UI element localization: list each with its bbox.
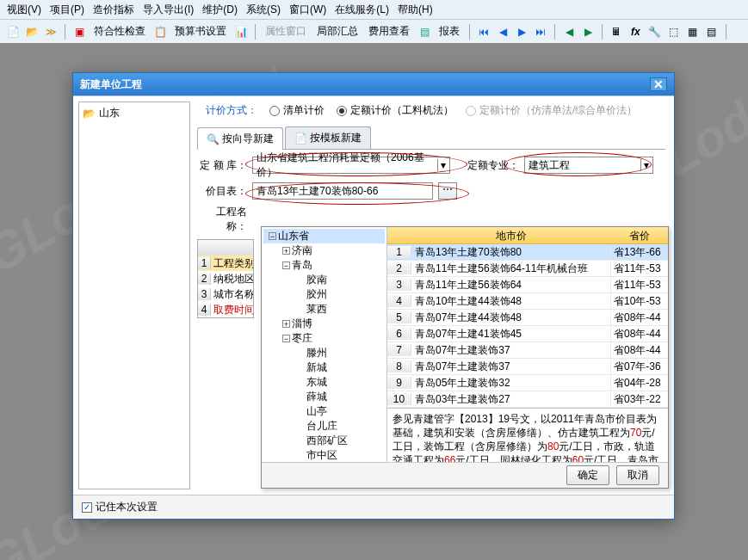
city-tree-node[interactable]: 东城 <box>263 375 385 390</box>
folder-icon: 📂 <box>83 108 96 120</box>
city-tree-node[interactable]: 山亭 <box>263 404 385 419</box>
dialog-title: 新建单位工程 <box>80 77 142 92</box>
nav-prev2-icon[interactable]: ◀ <box>561 24 577 40</box>
city-tree-node[interactable]: 胶南 <box>263 273 385 287</box>
city-tree-node[interactable]: 胶州 <box>263 287 385 302</box>
note-text: 参见青建管字【2013】19号文，以2011年青岛市价目表为基础，建筑和安装（含… <box>387 408 668 462</box>
city-tree-node[interactable]: −枣庄 <box>263 331 385 346</box>
menu-project[interactable]: 项目(P) <box>50 3 84 17</box>
price-row[interactable]: 9青岛05年土建装饰32省04年-28 <box>387 375 668 391</box>
fee-view-button[interactable]: 费用查看 <box>365 24 413 39</box>
price-row[interactable]: 8青岛07年土建装饰37省07年-36 <box>387 359 668 375</box>
open-icon[interactable]: 📂 <box>24 24 40 40</box>
price-row[interactable]: 4青岛10年土建44装饰48省10年-53 <box>387 293 668 310</box>
cancel-button[interactable]: 取消 <box>616 465 659 485</box>
city-tree-node[interactable]: +淄博 <box>263 317 385 331</box>
report-icon[interactable]: ▤ <box>417 24 432 40</box>
price-table-browse-button[interactable]: ⋯ <box>438 182 457 200</box>
tree-node-label: 山东 <box>99 106 120 120</box>
grid-row[interactable]: 3城市名称 <box>198 286 253 302</box>
price-row[interactable]: 7青岛07年土建装饰37省08年-44 <box>387 342 668 359</box>
pricing-label: 计价方式： <box>206 103 257 118</box>
radio-list-pricing[interactable]: 清单计价 <box>269 103 325 118</box>
close-button[interactable]: ✕ <box>650 77 667 91</box>
bureau-summary-button[interactable]: 局部汇总 <box>313 24 362 39</box>
menubar: 视图(V) 项目(P) 造价指标 导入导出(I) 维护(D) 系统(S) 窗口(… <box>0 0 748 19</box>
menu-system[interactable]: 系统(S) <box>246 3 281 17</box>
col-prov-price: 省价 <box>611 227 668 243</box>
tool-2-icon[interactable]: ⬚ <box>666 24 682 40</box>
menu-io[interactable]: 导入导出(I) <box>143 3 194 17</box>
quota-spec-label: 定额专业： <box>467 158 519 173</box>
price-row[interactable]: 10青岛03年土建装饰27省03年-22 <box>387 391 668 408</box>
template-icon: 📄 <box>294 132 307 145</box>
region-tree[interactable]: 📂 山东 <box>78 102 190 489</box>
price-row[interactable]: 2青岛11年土建56装饰64-11年机械台班省11年-53 <box>387 261 668 277</box>
menu-window[interactable]: 窗口(W) <box>289 3 326 17</box>
price-table-label: 价目表： <box>197 184 247 199</box>
quota-lib-dropdown[interactable]: 山东省建筑工程消耗量定额（2006基价） ▾ <box>252 157 450 174</box>
radio-quota-pricing-2: 定额计价（仿清单法/综合单价法） <box>466 103 637 118</box>
city-tree-node[interactable]: 市中区 <box>263 448 385 462</box>
price-grid[interactable]: 地市价 省价 1青岛13年土建70装饰80省13年-662青岛11年土建56装饰… <box>387 227 668 408</box>
menu-help[interactable]: 帮助(H) <box>398 3 433 17</box>
dialog-footer: ✓ 记住本次设置 <box>73 495 674 519</box>
radio-quota-pricing[interactable]: 定额计价（工料机法） <box>337 103 454 118</box>
go-icon[interactable]: ≫ <box>43 24 59 40</box>
menu-online[interactable]: 在线服务(L) <box>335 3 389 17</box>
nav-next2-icon[interactable]: ▶ <box>580 24 596 40</box>
nav-last-icon[interactable]: ⏭ <box>533 24 548 40</box>
tool-4-icon[interactable]: ▤ <box>704 24 720 40</box>
calc-icon[interactable]: 🖩 <box>609 24 624 40</box>
tool-1-icon[interactable]: 🔧 <box>647 24 663 40</box>
price-table-dropdown[interactable]: 青岛13年土建70装饰80-66 <box>252 182 433 200</box>
grid-row[interactable]: 4取费时间 <box>198 302 253 317</box>
price-rows-container: 1青岛13年土建70装饰80省13年-662青岛11年土建56装饰64-11年机… <box>387 244 668 408</box>
col-city-price: 地市价 <box>411 227 611 243</box>
tab-wizard[interactable]: 🔍按向导新建 <box>197 127 283 150</box>
report-button[interactable]: 报表 <box>436 24 463 39</box>
nav-prev-icon[interactable]: ◀ <box>495 24 510 40</box>
menu-index[interactable]: 造价指标 <box>93 3 134 17</box>
remember-checkbox[interactable]: ✓ 记住本次设置 <box>82 500 158 514</box>
nav-first-icon[interactable]: ⏮ <box>476 24 491 40</box>
price-row[interactable]: 6青岛07年土建41装饰45省08年-44 <box>387 326 668 342</box>
city-tree-node[interactable]: 滕州 <box>263 346 385 360</box>
city-tree[interactable]: −山东省+济南−青岛胶南胶州莱西+淄博−枣庄滕州新城东城薛城山亭台儿庄西部矿区市… <box>262 227 387 462</box>
city-tree-node[interactable]: 台儿庄 <box>263 419 385 434</box>
toolbar: 📄 📂 ≫ ▣ 符合性检查 📋 预算书设置 📊 属性窗口 局部汇总 费用查看 ▤… <box>0 19 748 43</box>
city-tree-node[interactable]: 莱西 <box>263 302 385 317</box>
attribute-grid[interactable]: 1工程类别2纳税地区3城市名称4取费时间 <box>197 239 254 318</box>
fx-button[interactable]: fx <box>627 26 644 38</box>
ok-button[interactable]: 确定 <box>566 465 609 485</box>
budget-settings-button[interactable]: 预算书设置 <box>171 24 230 39</box>
tool-3-icon[interactable]: ▦ <box>685 24 701 40</box>
grid-row[interactable]: 1工程类别 <box>198 255 253 271</box>
menu-maintain[interactable]: 维护(D) <box>202 3 238 17</box>
dialog-titlebar[interactable]: 新建单位工程 ✕ <box>73 73 674 95</box>
grid-rows-container: 1工程类别2纳税地区3城市名称4取费时间 <box>198 255 253 317</box>
compliance-check-button[interactable]: 符合性检查 <box>90 24 149 39</box>
check-icon[interactable]: ▣ <box>71 24 87 40</box>
city-tree-node[interactable]: −山东省 <box>263 229 385 243</box>
menu-view[interactable]: 视图(V) <box>7 3 41 17</box>
quota-spec-dropdown[interactable]: 建筑工程 ▾ <box>524 157 653 174</box>
property-window-button: 属性窗口 <box>262 24 310 39</box>
tree-node-shandong[interactable]: 📂 山东 <box>83 106 186 120</box>
new-icon[interactable]: 📄 <box>5 24 21 40</box>
city-tree-node[interactable]: 西部矿区 <box>263 434 385 448</box>
nav-next-icon[interactable]: ▶ <box>514 24 529 40</box>
city-tree-node[interactable]: 新城 <box>263 360 385 375</box>
tab-template[interactable]: 📄按模板新建 <box>285 126 371 149</box>
city-tree-node[interactable]: −青岛 <box>263 258 385 273</box>
chevron-down-icon[interactable]: ▾ <box>640 159 649 171</box>
city-tree-node[interactable]: +济南 <box>263 243 385 258</box>
price-row[interactable]: 3青岛11年土建56装饰64省11年-53 <box>387 277 668 293</box>
budget-icon[interactable]: 📋 <box>152 24 168 40</box>
price-row[interactable]: 5青岛07年土建44装饰48省08年-44 <box>387 310 668 326</box>
city-tree-node[interactable]: 薛城 <box>263 390 385 404</box>
chevron-down-icon[interactable]: ▾ <box>437 159 446 171</box>
create-mode-tabs: 🔍按向导新建 📄按模板新建 <box>197 126 665 150</box>
price-row[interactable]: 1青岛13年土建70装饰80省13年-66 <box>387 244 668 261</box>
grid-row[interactable]: 2纳税地区 <box>198 271 253 286</box>
